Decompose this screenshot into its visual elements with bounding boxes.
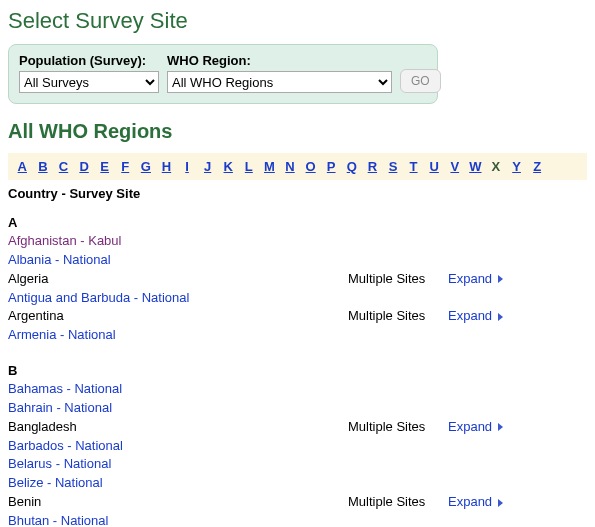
multiple-sites-label: Multiple Sites	[348, 270, 448, 289]
alpha-link-e[interactable]: E	[98, 159, 112, 174]
alpha-link-n[interactable]: N	[283, 159, 297, 174]
expand-link[interactable]: Expand	[448, 307, 492, 326]
population-filter: Population (Survey): All Surveys	[19, 53, 159, 93]
expand-link[interactable]: Expand	[448, 493, 492, 512]
multiple-sites-label: Multiple Sites	[348, 493, 448, 512]
alpha-link-d[interactable]: D	[77, 159, 91, 174]
alpha-link-j[interactable]: J	[201, 159, 215, 174]
go-button[interactable]: GO	[400, 69, 441, 93]
alpha-link-p[interactable]: P	[324, 159, 338, 174]
site-name: Argentina	[8, 307, 348, 326]
region-heading: All WHO Regions	[8, 120, 587, 143]
expand-link[interactable]: Expand	[448, 270, 492, 289]
population-label: Population (Survey):	[19, 53, 159, 68]
expand-icon[interactable]	[498, 313, 503, 321]
region-select[interactable]: All WHO Regions	[167, 71, 392, 93]
list-item: Afghanistan - Kabul	[8, 232, 587, 251]
alpha-link-t[interactable]: T	[407, 159, 421, 174]
expand-icon[interactable]	[498, 499, 503, 507]
alpha-link-z[interactable]: Z	[530, 159, 544, 174]
site-name: Benin	[8, 493, 348, 512]
alpha-link-c[interactable]: C	[56, 159, 70, 174]
list-item: Belarus - National	[8, 455, 587, 474]
list-item: Belize - National	[8, 474, 587, 493]
alpha-link-y[interactable]: Y	[510, 159, 524, 174]
population-select[interactable]: All Surveys	[19, 71, 159, 93]
list-item: Armenia - National	[8, 326, 587, 345]
multiple-sites-label: Multiple Sites	[348, 307, 448, 326]
region-label: WHO Region:	[167, 53, 392, 68]
site-link[interactable]: Afghanistan - Kabul	[8, 233, 121, 248]
site-link[interactable]: Belize - National	[8, 475, 103, 490]
alpha-link-o[interactable]: O	[304, 159, 318, 174]
site-name: Bangladesh	[8, 418, 348, 437]
alphabet-bar: ABCDEFGHIJKLMNOPQRSTUVWXYZ	[8, 153, 587, 180]
alpha-link-v[interactable]: V	[448, 159, 462, 174]
region-filter: WHO Region: All WHO Regions	[167, 53, 392, 93]
alpha-link-a[interactable]: A	[15, 159, 29, 174]
alpha-link-k[interactable]: K	[221, 159, 235, 174]
list-item: Barbados - National	[8, 437, 587, 456]
expand-icon[interactable]	[498, 423, 503, 431]
list-item: Bhutan - National	[8, 512, 587, 527]
list-item: Bahamas - National	[8, 380, 587, 399]
list-item: Albania - National	[8, 251, 587, 270]
site-link[interactable]: Antigua and Barbuda - National	[8, 290, 189, 305]
alpha-link-u[interactable]: U	[427, 159, 441, 174]
list-item: AlgeriaMultiple SitesExpand	[8, 270, 587, 289]
alpha-link-r[interactable]: R	[365, 159, 379, 174]
alpha-link-i[interactable]: I	[180, 159, 194, 174]
site-link[interactable]: Barbados - National	[8, 438, 123, 453]
alpha-link-g[interactable]: G	[139, 159, 153, 174]
site-link[interactable]: Bhutan - National	[8, 513, 108, 527]
expand-icon[interactable]	[498, 275, 503, 283]
list-item: ArgentinaMultiple SitesExpand	[8, 307, 587, 326]
list-item: Antigua and Barbuda - National	[8, 289, 587, 308]
alpha-link-m[interactable]: M	[262, 159, 276, 174]
site-link[interactable]: Armenia - National	[8, 327, 116, 342]
alpha-link-q[interactable]: Q	[345, 159, 359, 174]
group-letter: A	[8, 215, 587, 230]
page-title: Select Survey Site	[8, 8, 587, 34]
site-link[interactable]: Albania - National	[8, 252, 111, 267]
site-link[interactable]: Bahamas - National	[8, 381, 122, 396]
multiple-sites-label: Multiple Sites	[348, 418, 448, 437]
site-name: Algeria	[8, 270, 348, 289]
list-item: BeninMultiple SitesExpand	[8, 493, 587, 512]
site-list: AAfghanistan - KabulAlbania - NationalAl…	[8, 215, 587, 527]
filter-panel: Population (Survey): All Surveys WHO Reg…	[8, 44, 438, 104]
group-letter: B	[8, 363, 587, 378]
list-item: BangladeshMultiple SitesExpand	[8, 418, 587, 437]
alpha-link-f[interactable]: F	[118, 159, 132, 174]
site-link[interactable]: Bahrain - National	[8, 400, 112, 415]
list-item: Bahrain - National	[8, 399, 587, 418]
column-header: Country - Survey Site	[8, 186, 587, 201]
alpha-link-l[interactable]: L	[242, 159, 256, 174]
expand-link[interactable]: Expand	[448, 418, 492, 437]
site-link[interactable]: Belarus - National	[8, 456, 111, 471]
alpha-inactive-x: X	[489, 159, 503, 174]
alpha-link-h[interactable]: H	[159, 159, 173, 174]
alpha-link-b[interactable]: B	[36, 159, 50, 174]
alpha-link-w[interactable]: W	[468, 159, 482, 174]
alpha-link-s[interactable]: S	[386, 159, 400, 174]
